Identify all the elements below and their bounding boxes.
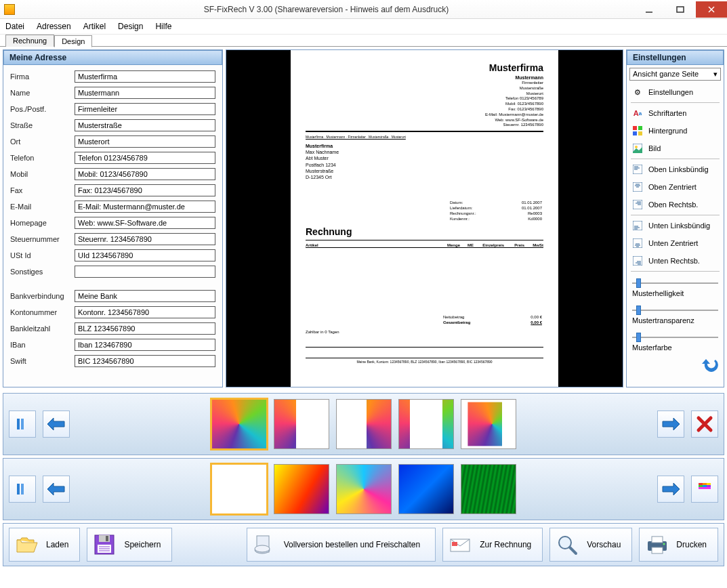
settings-oben-links[interactable]: Oben Linksbündig: [627, 161, 724, 178]
input-swift[interactable]: [75, 355, 215, 367]
svg-rect-37: [21, 484, 24, 495]
label-swift: Swift: [10, 357, 75, 365]
label-helligkeit: Musterhelligkeit: [632, 289, 718, 297]
svg-rect-6: [633, 131, 637, 135]
settings-unten-links[interactable]: Unten Linksbündig: [627, 217, 724, 234]
svg-rect-38: [699, 483, 703, 485]
label-steuernummer: Steuernummer: [10, 235, 75, 243]
preview-viewport[interactable]: Musterfirma Mustermann Firmenleiter Must…: [226, 50, 623, 387]
address-panel-header: Meine Adresse: [3, 50, 222, 65]
input-strasse[interactable]: [75, 119, 215, 131]
input-ort[interactable]: [75, 135, 215, 148]
bg-first-button[interactable]: [9, 476, 36, 503]
menu-hilfe[interactable]: Hilfe: [155, 22, 171, 31]
input-steuernummer[interactable]: [75, 233, 215, 245]
vorschau-button[interactable]: Vorschau: [549, 528, 632, 562]
label-sonstiges: Sonstiges: [10, 268, 75, 276]
input-fax[interactable]: [75, 184, 215, 196]
svg-point-54: [255, 545, 270, 552]
bg-thumb-2[interactable]: [274, 464, 329, 514]
tab-design[interactable]: Design: [54, 35, 92, 47]
bg-thumb-5[interactable]: [461, 464, 516, 514]
vollversion-button[interactable]: Vollversion bestellen und Freischalten: [247, 528, 436, 562]
settings-unten-zentriert[interactable]: Unten Zentriert: [627, 234, 724, 252]
template-first-button[interactable]: [9, 411, 36, 438]
input-pos[interactable]: [75, 103, 215, 115]
settings-unten-rechts[interactable]: Unten Rechtsb.: [627, 252, 724, 270]
speichern-button[interactable]: Speichern: [87, 528, 172, 562]
font-icon: Aa: [632, 108, 643, 119]
settings-schriftarten[interactable]: AaSchriftarten: [627, 104, 724, 122]
bg-color-button[interactable]: [691, 476, 718, 503]
gear-icon: ⚙: [632, 87, 643, 98]
slider-helligkeit[interactable]: [632, 276, 718, 288]
template-thumb-2[interactable]: [274, 399, 329, 449]
input-mobil[interactable]: [75, 168, 215, 180]
label-iban: IBan: [10, 341, 75, 349]
input-homepage[interactable]: [75, 217, 215, 229]
template-prev-button[interactable]: [43, 411, 70, 438]
settings-einstellungen[interactable]: ⚙Einstellungen: [627, 83, 724, 101]
chevron-down-icon: ▾: [713, 70, 718, 79]
slider-farbe[interactable]: [632, 330, 718, 342]
svg-rect-36: [17, 484, 20, 495]
template-thumb-4[interactable]: [398, 399, 454, 449]
input-email[interactable]: [75, 201, 215, 213]
template-delete-button[interactable]: [691, 411, 718, 438]
input-kontonummer[interactable]: [75, 306, 215, 318]
view-dropdown[interactable]: Ansicht ganze Seite▾: [629, 68, 721, 81]
svg-line-58: [570, 547, 576, 553]
slider-transparenz[interactable]: [632, 303, 718, 315]
input-telefon[interactable]: [75, 152, 215, 164]
align-top-center-icon: [632, 182, 643, 192]
settings-bild[interactable]: Bild: [627, 140, 724, 157]
laden-button[interactable]: Laden: [9, 528, 80, 562]
svg-rect-4: [633, 126, 637, 130]
menu-design[interactable]: Design: [118, 22, 143, 31]
tab-rechnung[interactable]: Rechnung: [5, 35, 54, 47]
label-farbe: Musterfarbe: [632, 343, 718, 352]
template-strip: [3, 393, 724, 455]
document-preview: Musterfirma Mustermann Firmenleiter Must…: [291, 50, 558, 387]
zur-rechnung-button[interactable]: Zur Rechnung: [442, 528, 543, 562]
minimize-button[interactable]: [633, 1, 665, 18]
close-button[interactable]: [696, 1, 727, 18]
input-firma[interactable]: [75, 70, 215, 83]
input-ustid[interactable]: [75, 249, 215, 261]
template-thumb-5[interactable]: [461, 399, 516, 449]
input-sonstiges[interactable]: [75, 266, 215, 278]
menu-adressen[interactable]: Adressen: [37, 22, 71, 31]
svg-rect-47: [106, 536, 108, 541]
menu-artikel[interactable]: Artikel: [83, 22, 106, 31]
bg-thumb-3[interactable]: [336, 464, 392, 514]
maximize-button[interactable]: [665, 1, 696, 18]
undo-button[interactable]: [701, 357, 720, 373]
input-name[interactable]: [75, 87, 215, 99]
template-thumb-3[interactable]: [336, 399, 392, 449]
template-thumb-1[interactable]: [211, 399, 267, 449]
svg-rect-7: [638, 131, 642, 135]
bg-prev-button[interactable]: [43, 476, 70, 503]
settings-oben-rechts[interactable]: Oben Rechtsb.: [627, 196, 724, 213]
bg-thumb-1[interactable]: [211, 464, 267, 514]
menu-datei[interactable]: Datei: [5, 22, 24, 31]
preview-company-block: Mustermann Firmenleiter Musterstraße Mus…: [306, 75, 543, 128]
settings-hintergrund[interactable]: Hintergrund: [627, 122, 724, 140]
preview-totals: Nettobetrag0,00 € Gesamtbetrag0,00 €: [442, 314, 543, 326]
label-ort: Ort: [10, 138, 75, 146]
settings-oben-zentriert[interactable]: Oben Zentriert: [627, 178, 724, 196]
app-icon: [4, 4, 15, 15]
input-iban[interactable]: [75, 339, 215, 351]
label-bankleitzahl: Bankleitzahl: [10, 324, 75, 333]
input-bankverbindung[interactable]: [75, 290, 215, 302]
template-next-button[interactable]: [657, 411, 684, 438]
drucken-button[interactable]: Drucken: [639, 528, 718, 562]
svg-rect-61: [652, 547, 663, 553]
align-top-right-icon: [632, 199, 643, 210]
input-bankleitzahl[interactable]: [75, 322, 215, 335]
label-ustid: USt Id: [10, 251, 75, 259]
bg-thumb-4[interactable]: [398, 464, 454, 514]
settings-panel: Einstellungen Ansicht ganze Seite▾ ⚙Eins…: [626, 49, 724, 387]
label-transparenz: Mustertransparenz: [632, 316, 718, 324]
bg-next-button[interactable]: [657, 476, 684, 503]
